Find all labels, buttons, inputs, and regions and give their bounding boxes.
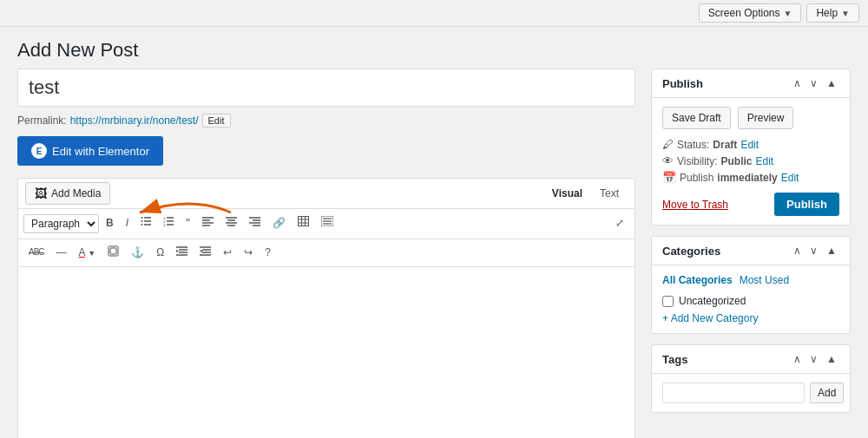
bold-button[interactable]: B — [101, 213, 119, 233]
categories-panel-body: All Categories Most Used Uncategorized +… — [652, 265, 850, 333]
all-categories-tab[interactable]: All Categories — [662, 274, 733, 286]
publish-panel-controls: ∧ ∨ ▲ — [791, 76, 839, 90]
toggle-toolbar-button[interactable] — [316, 213, 339, 233]
category-tabs: All Categories Most Used — [662, 274, 839, 286]
help-label: Help — [816, 7, 838, 19]
svg-point-6 — [141, 224, 143, 226]
publish-actions: Save Draft Preview — [662, 107, 839, 129]
redo-button[interactable]: ↪ — [239, 243, 258, 263]
visual-text-tabs: Visual Text — [543, 185, 628, 202]
indent-button[interactable] — [171, 243, 193, 263]
svg-point-5 — [141, 220, 143, 222]
table-button[interactable] — [293, 213, 314, 233]
add-media-button[interactable]: 🖼 Add Media — [25, 182, 110, 205]
unordered-list-button[interactable] — [135, 213, 156, 233]
hr-button[interactable]: — — [51, 243, 72, 263]
visibility-row: 👁 Visibility: Public Edit — [662, 154, 839, 167]
categories-panel-down-button[interactable]: ∨ — [807, 244, 820, 258]
color-dropdown-icon: ▼ — [88, 249, 95, 258]
top-bar: Screen Options ▼ Help ▼ — [0, 0, 868, 27]
most-used-tab[interactable]: Most Used — [740, 274, 789, 286]
page-title: Add New Post — [0, 27, 868, 69]
fullscreen-button[interactable]: ⤢ — [610, 213, 629, 233]
anchor-button[interactable]: ⚓ — [126, 243, 149, 263]
status-row: 🖊 Status: Draft Edit — [662, 138, 839, 151]
help-button[interactable]: Help ▼ — [806, 3, 859, 23]
tags-panel-up-button[interactable]: ∧ — [791, 352, 804, 366]
blockquote-button[interactable]: " — [181, 212, 195, 235]
align-left-button[interactable] — [197, 213, 219, 233]
calendar-icon: 📅 — [662, 171, 676, 184]
ordered-list-button[interactable]: 1.2.3. — [158, 213, 179, 233]
tags-panel: Tags ∧ ∨ ▲ Add — [651, 344, 851, 413]
svg-text:3.: 3. — [163, 223, 166, 227]
edit-with-elementor-button[interactable]: E Edit with Elementor — [17, 136, 163, 166]
italic-button[interactable]: I — [121, 213, 134, 233]
publish-time-row: 📅 Publish immediately Edit — [662, 171, 839, 184]
publish-panel-close-button[interactable]: ▲ — [824, 76, 839, 90]
tags-input[interactable] — [662, 382, 805, 403]
categories-panel: Categories ∧ ∨ ▲ All Categories Most Use… — [651, 236, 851, 334]
tags-panel-down-button[interactable]: ∨ — [807, 352, 820, 366]
publish-button[interactable]: Publish — [774, 193, 839, 216]
categories-panel-title: Categories — [662, 245, 720, 258]
publish-panel-header: Publish ∧ ∨ ▲ — [652, 69, 850, 98]
visibility-value: Public — [720, 155, 752, 167]
text-tab[interactable]: Text — [591, 185, 628, 202]
tags-panel-body: Add — [652, 374, 850, 412]
visibility-edit-link[interactable]: Edit — [755, 155, 773, 167]
tags-panel-header: Tags ∧ ∨ ▲ — [652, 345, 850, 374]
categories-panel-close-button[interactable]: ▲ — [824, 244, 839, 258]
abc-button[interactable]: ABC — [23, 244, 49, 261]
permalink-url[interactable]: https://mrbinary.ir/none/test/ — [70, 114, 199, 127]
svg-rect-35 — [110, 248, 116, 254]
categories-panel-controls: ∧ ∨ ▲ — [791, 244, 839, 258]
move-to-trash-button[interactable]: Move to Trash — [662, 199, 728, 211]
publish-panel-up-button[interactable]: ∧ — [791, 76, 804, 90]
tags-panel-close-button[interactable]: ▲ — [824, 352, 839, 366]
permalink-edit-button[interactable]: Edit — [202, 114, 231, 127]
visual-tab[interactable]: Visual — [543, 185, 591, 202]
save-draft-button[interactable]: Save Draft — [662, 107, 731, 129]
sidebar: Publish ∧ ∨ ▲ Save Draft Preview 🖊 Statu… — [651, 69, 851, 423]
publish-panel-body: Save Draft Preview 🖊 Status: Draft Edit … — [652, 98, 850, 225]
status-edit-link[interactable]: Edit — [740, 139, 759, 151]
text-color-button[interactable]: A ▼ — [74, 243, 102, 263]
svg-marker-40 — [176, 250, 179, 252]
special-char-button[interactable]: Ω — [151, 243, 169, 263]
svg-marker-45 — [200, 250, 202, 252]
svg-rect-25 — [299, 217, 309, 226]
add-new-category-link[interactable]: + Add New Category — [662, 312, 839, 324]
categories-panel-up-button[interactable]: ∧ — [791, 244, 804, 258]
outdent-button[interactable] — [194, 243, 216, 263]
screen-options-chevron-icon: ▼ — [784, 9, 792, 18]
preview-button[interactable]: Preview — [738, 107, 794, 129]
editor-area: Permalink: https://mrbinary.ir/none/test… — [17, 69, 635, 438]
help-chevron-icon: ▼ — [841, 9, 850, 18]
editor-content[interactable] — [18, 267, 635, 438]
publish-panel-title: Publish — [662, 77, 703, 90]
color-icon: A — [79, 246, 85, 258]
publish-time-edit-link[interactable]: Edit — [781, 172, 799, 184]
permalink-row: Permalink: https://mrbinary.ir/none/test… — [17, 114, 635, 127]
publish-time-label: Publish — [680, 172, 713, 184]
keyboard-shortcut-button[interactable]: ? — [260, 243, 276, 263]
main-layout: Permalink: https://mrbinary.ir/none/test… — [0, 69, 868, 438]
status-label: Status: — [677, 139, 709, 151]
elementor-btn-label: Edit with Elementor — [52, 145, 149, 158]
align-right-button[interactable] — [244, 213, 266, 233]
tags-input-row: Add — [662, 382, 839, 403]
tags-add-button[interactable]: Add — [810, 382, 844, 403]
paste-from-word-button[interactable] — [102, 243, 124, 264]
align-center-button[interactable] — [220, 213, 242, 233]
uncategorized-checkbox[interactable] — [662, 296, 674, 307]
screen-options-button[interactable]: Screen Options ▼ — [699, 3, 802, 23]
format-select[interactable]: Paragraph — [23, 214, 99, 233]
post-title-input[interactable] — [17, 69, 635, 107]
undo-button[interactable]: ↩ — [218, 243, 237, 263]
uncategorized-label: Uncategorized — [679, 295, 746, 307]
status-value: Draft — [713, 139, 737, 151]
publish-panel-down-button[interactable]: ∨ — [807, 76, 820, 90]
link-button[interactable]: 🔗 — [267, 213, 291, 233]
screen-options-label: Screen Options — [708, 7, 780, 19]
